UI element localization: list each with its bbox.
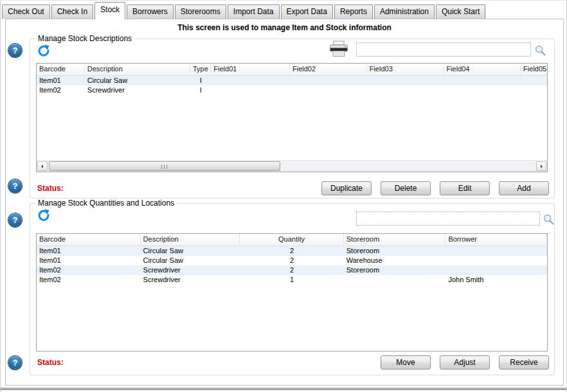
tab-reports[interactable]: Reports	[334, 4, 373, 19]
column-header-quantity[interactable]: Quantity	[240, 234, 344, 245]
panel-title: Manage Stock Descriptions	[35, 34, 134, 43]
table-header-row: BarcodeDescriptionQuantityStoreroomBorro…	[37, 234, 547, 246]
table-cell	[444, 85, 521, 95]
scroll-right-button[interactable]	[536, 161, 546, 171]
table-row[interactable]: Item01Circular SawI	[37, 76, 547, 85]
tab-stock[interactable]: Stock	[94, 2, 125, 19]
scroll-left-button[interactable]	[37, 161, 48, 171]
table-body: Item01Circular Saw2StoreroomItem01Circul…	[37, 246, 547, 285]
table-cell: Screwdriver	[141, 265, 240, 275]
table-cell: Item02	[37, 85, 85, 95]
scrollbar-grip	[161, 165, 168, 169]
column-header-storeroom[interactable]: Storeroom	[344, 234, 446, 245]
refresh-icon[interactable]	[37, 209, 50, 221]
search-input[interactable]	[356, 211, 540, 226]
adjust-button[interactable]: Adjust	[440, 355, 490, 370]
table-cell: Storeroom	[344, 246, 446, 256]
tab-check-out[interactable]: Check Out	[2, 4, 50, 19]
move-button[interactable]: Move	[381, 355, 431, 370]
tab-export-data[interactable]: Export Data	[281, 4, 333, 19]
table-cell: Item01	[37, 246, 141, 256]
stock-descriptions-panel: Manage Stock Descriptions	[30, 39, 555, 199]
table-cell: 2	[240, 246, 344, 256]
status-label: Status:	[37, 184, 64, 193]
column-header-field03[interactable]: Field03	[367, 64, 444, 75]
delete-button[interactable]: Delete	[381, 181, 431, 195]
table-cell	[367, 85, 444, 95]
help-icon[interactable]: ?	[8, 213, 22, 227]
window-bottom-edge	[1, 388, 566, 390]
tab-quick-start[interactable]: Quick Start	[436, 4, 485, 19]
search-input[interactable]	[356, 42, 531, 57]
table-header-row: BarcodeDescriptionTypeField01Field02Fiel…	[37, 64, 547, 76]
table-cell: John Smith	[446, 275, 547, 285]
screen-instruction: This screen is used to manage Item and S…	[6, 23, 563, 32]
table-cell: Item02	[37, 275, 141, 285]
table-cell: Circular Saw	[141, 256, 240, 265]
tab-import-data[interactable]: Import Data	[228, 4, 280, 19]
tab-check-in[interactable]: Check In	[51, 4, 93, 19]
table-cell: Storeroom	[344, 265, 446, 275]
print-icon[interactable]	[328, 40, 349, 58]
scrollbar-thumb[interactable]	[49, 161, 280, 171]
table-cell	[444, 76, 521, 85]
panel-title: Manage Stock Quantities and Locations	[35, 199, 177, 208]
table-cell	[521, 85, 547, 95]
status-row: Status: MoveAdjustReceive	[30, 355, 554, 371]
table-cell	[446, 265, 547, 275]
table-row[interactable]: Item01Circular Saw2Warehouse	[37, 256, 547, 265]
status-label: Status:	[37, 358, 64, 367]
tab-storerooms[interactable]: Storerooms	[175, 4, 226, 19]
scrollbar-track[interactable]	[48, 161, 536, 171]
table-cell	[446, 256, 547, 265]
table-cell	[521, 76, 547, 85]
table-row[interactable]: Item02ScrewdriverI	[37, 85, 547, 95]
tab-administration[interactable]: Administration	[374, 4, 435, 19]
column-header-description[interactable]: Description	[85, 64, 191, 75]
table-row[interactable]: Item02Screwdriver2Storeroom	[37, 265, 547, 275]
horizontal-scrollbar[interactable]	[37, 160, 547, 172]
help-icon[interactable]: ?	[8, 179, 22, 193]
table-cell: I	[190, 76, 211, 85]
action-buttons: DuplicateDeleteEditAdd	[321, 181, 549, 195]
table-cell: Circular Saw	[141, 246, 240, 256]
stock-quantities-panel: Manage Stock Quantities and Locations Ba…	[30, 203, 555, 375]
table-cell	[367, 76, 444, 85]
column-header-description[interactable]: Description	[141, 234, 240, 245]
table-cell: I	[190, 85, 211, 95]
table-cell	[290, 76, 367, 85]
stock-descriptions-table: BarcodeDescriptionTypeField01Field02Fiel…	[36, 63, 548, 172]
column-header-field01[interactable]: Field01	[211, 64, 290, 75]
table-cell: Screwdriver	[85, 85, 191, 95]
column-header-type[interactable]: Type	[190, 64, 211, 75]
table-row[interactable]: Item01Circular Saw2Storeroom	[37, 246, 547, 256]
action-buttons: MoveAdjustReceive	[381, 355, 549, 370]
column-header-borrower[interactable]: Borrower	[446, 234, 547, 245]
tab-borrowers[interactable]: Borrowers	[127, 4, 174, 19]
table-cell	[290, 85, 367, 95]
column-header-field02[interactable]: Field02	[290, 64, 367, 75]
add-button[interactable]: Add	[499, 181, 549, 195]
edit-button[interactable]: Edit	[440, 181, 490, 195]
column-header-barcode[interactable]: Barcode	[37, 64, 85, 75]
receive-button[interactable]: Receive	[499, 355, 549, 370]
search-icon[interactable]	[534, 44, 546, 57]
table-cell: Screwdriver	[141, 275, 240, 285]
column-header-field05[interactable]: Field05	[521, 64, 547, 75]
column-header-field04[interactable]: Field04	[444, 64, 521, 75]
table-cell: Circular Saw	[85, 76, 191, 85]
table-cell: Item01	[37, 76, 85, 85]
refresh-icon[interactable]	[37, 44, 50, 57]
table-cell: 2	[240, 265, 344, 275]
tab-page-stock: This screen is used to manage Item and S…	[5, 19, 564, 386]
tab-bar: Check OutCheck InStockBorrowersStoreroom…	[2, 3, 487, 19]
table-cell: 2	[240, 256, 344, 265]
table-cell	[211, 76, 290, 85]
column-header-barcode[interactable]: Barcode	[37, 234, 141, 245]
table-cell	[446, 246, 547, 256]
table-row[interactable]: Item02Screwdriver1John Smith	[37, 275, 547, 285]
help-icon[interactable]: ?	[8, 44, 22, 57]
help-icon[interactable]: ?	[8, 356, 22, 370]
search-icon[interactable]	[543, 213, 555, 226]
duplicate-button[interactable]: Duplicate	[321, 181, 372, 195]
